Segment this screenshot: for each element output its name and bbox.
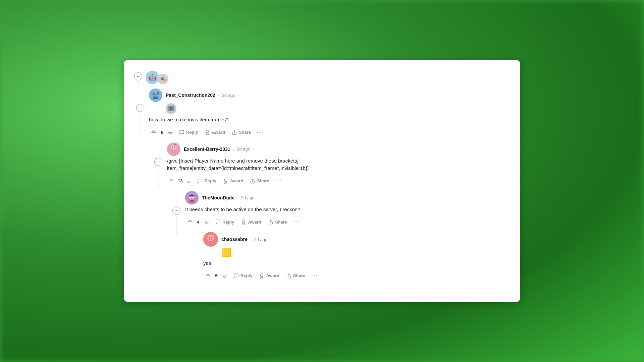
username-1: Past_Construction202 — [166, 93, 215, 98]
svg-point-12 — [174, 146, 175, 147]
collapse-btn-2[interactable]: − — [154, 158, 162, 166]
timestamp-3: 2d ago — [241, 195, 255, 200]
comment-body-4: yes — [203, 259, 506, 267]
avatar-2 — [167, 142, 180, 156]
upvote-btn-1[interactable] — [149, 128, 158, 137]
reply-btn-2[interactable]: Reply — [195, 177, 219, 185]
award-btn-1[interactable]: Award — [202, 128, 228, 136]
downvote-btn-4[interactable] — [220, 271, 229, 281]
upvote-btn-3[interactable] — [185, 217, 195, 227]
svg-point-8 — [206, 130, 209, 133]
vote-section-4: 5 — [203, 271, 229, 281]
timestamp-4: 2d ago — [254, 237, 267, 242]
share-btn-2[interactable]: Share — [247, 177, 272, 185]
more-options-btn-2[interactable]: ··· — [273, 177, 284, 185]
svg-point-11 — [172, 146, 173, 147]
share-btn-3[interactable]: Share — [265, 218, 290, 226]
upvote-btn-2[interactable] — [167, 176, 176, 186]
award-btn-4[interactable]: Award — [256, 272, 282, 280]
username-3: TheMoonDude — [202, 195, 234, 200]
timestamp-sep-1: · — [218, 93, 219, 98]
reply-btn-4[interactable]: Reply — [231, 272, 255, 280]
svg-rect-24 — [209, 242, 213, 245]
upvote-btn-4[interactable] — [203, 271, 213, 281]
action-bar-1: 6 Reply — [149, 128, 506, 137]
award-btn-2[interactable]: Award — [220, 177, 246, 185]
more-options-btn-4[interactable]: ··· — [309, 272, 320, 280]
collapse-btn-1[interactable]: − — [136, 104, 144, 112]
vote-section-3: 4 — [185, 217, 211, 227]
svg-rect-7 — [170, 107, 172, 110]
avatar-1 — [149, 88, 162, 102]
timestamp-1: 2d ago — [222, 93, 235, 98]
avatar: 🤖 — [146, 71, 159, 84]
comments-panel: − 🤖 🎭 − — [124, 60, 520, 302]
more-options-btn-3[interactable]: ··· — [291, 218, 302, 226]
vote-count-3: 4 — [196, 220, 201, 225]
reply-btn-1[interactable]: Reply — [176, 128, 201, 136]
sub-avatar: 🎭 — [158, 74, 168, 84]
comment-body-2: /give [Insert Player Name here and remov… — [167, 157, 506, 172]
comment-3: − — [170, 191, 506, 286]
username-2: Excellent-Berry-2331 — [184, 146, 230, 152]
svg-point-19 — [242, 220, 245, 222]
share-btn-1[interactable]: Share — [229, 128, 254, 136]
svg-point-23 — [211, 237, 212, 238]
share-btn-4[interactable]: Share — [283, 272, 308, 280]
more-options-btn-1[interactable]: ··· — [255, 128, 265, 137]
comment-body-1: how do we make invis item frames? — [149, 116, 506, 124]
vote-count-2: 13 — [178, 178, 182, 183]
avatar-3 — [185, 191, 199, 204]
downvote-btn-3[interactable] — [202, 217, 211, 227]
vote-section-2: 13 — [167, 176, 193, 186]
downvote-btn-1[interactable] — [166, 128, 175, 137]
svg-point-13 — [224, 179, 227, 181]
action-bar-3: 4 Reply — [185, 217, 506, 227]
comment-4: chaossabre · 2d ago · — [189, 232, 506, 286]
svg-rect-18 — [190, 200, 194, 202]
collapse-button[interactable]: − — [134, 72, 142, 80]
comment-2: − — [152, 142, 506, 286]
timestamp-2: 2d ago — [237, 146, 250, 152]
vote-count-1: 6 — [160, 130, 164, 135]
reply-btn-3[interactable]: Reply — [213, 218, 237, 226]
vote-count-4: 5 — [214, 273, 219, 278]
svg-point-4 — [154, 90, 158, 94]
award-btn-3[interactable]: Award — [238, 218, 264, 226]
svg-point-22 — [209, 237, 210, 238]
avatar-4 — [203, 232, 218, 247]
downvote-btn-2[interactable] — [184, 176, 193, 186]
username-4: chaossabre — [221, 237, 248, 242]
flair-badge-4: 🟨 — [221, 248, 231, 257]
vote-section-1: 6 — [149, 128, 175, 137]
comment-thread: − 🤖 🎭 — [134, 70, 506, 88]
action-bar-2: 13 Reply Award — [167, 176, 506, 186]
comment-body-3: It needs cheats to be active on the serv… — [185, 206, 506, 214]
action-bar-4: 5 Reply — [203, 271, 506, 281]
svg-point-25 — [260, 274, 263, 276]
collapse-btn-3[interactable]: − — [172, 206, 180, 215]
flair-avatar-1 — [166, 103, 176, 114]
comment-1: − — [134, 88, 506, 286]
svg-rect-3 — [153, 97, 158, 99]
